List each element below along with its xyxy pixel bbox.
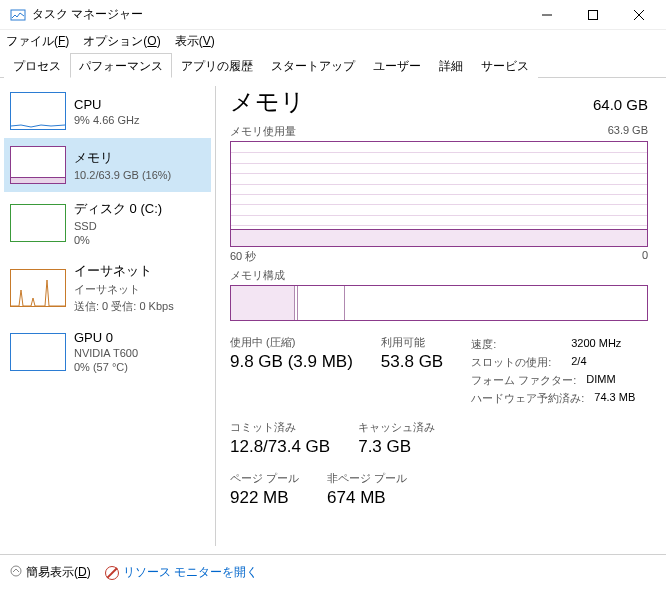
hw-key: ハードウェア予約済み: <box>471 391 584 406</box>
gpu-thumb-icon <box>10 333 66 371</box>
tab-details[interactable]: 詳細 <box>430 53 472 78</box>
sidebar-sub: SSD <box>74 220 162 232</box>
chevron-up-icon <box>10 565 22 580</box>
x-axis-min: 60 秒 <box>230 249 256 264</box>
sidebar-sub: イーサネット <box>74 282 174 297</box>
footer-bar: 簡易表示(D) リソース モニターを開く <box>0 554 666 590</box>
tab-performance[interactable]: パフォーマンス <box>70 53 172 78</box>
content-area: CPU9% 4.66 GHz メモリ10.2/63.9 GB (16%) ディス… <box>0 78 666 554</box>
sidebar-label: メモリ <box>74 149 171 167</box>
capacity-value: 64.0 GB <box>593 96 648 113</box>
memory-usage-chart[interactable] <box>230 141 648 247</box>
sidebar-item-ethernet[interactable]: イーサネットイーサネット送信: 0 受信: 0 Kbps <box>4 254 211 322</box>
detail-title: メモリ <box>230 86 305 118</box>
tab-processes[interactable]: プロセス <box>4 53 70 78</box>
menu-options[interactable]: オプション(O) <box>83 33 160 50</box>
resource-monitor-link[interactable]: リソース モニターを開く <box>105 564 258 581</box>
no-entry-icon <box>105 566 119 580</box>
paged-value: 922 MB <box>230 488 299 508</box>
slots-key: スロットの使用: <box>471 355 561 370</box>
tab-services[interactable]: サービス <box>472 53 538 78</box>
composition-label: メモリ構成 <box>230 268 285 283</box>
nonpaged-label: 非ページ プール <box>327 471 407 486</box>
x-axis-max: 0 <box>642 249 648 264</box>
memory-thumb-icon <box>10 146 66 184</box>
disk-thumb-icon <box>10 204 66 242</box>
close-button[interactable] <box>616 0 662 30</box>
avail-value: 53.8 GB <box>381 352 443 372</box>
app-icon <box>10 7 26 23</box>
sidebar: CPU9% 4.66 GHz メモリ10.2/63.9 GB (16%) ディス… <box>0 78 215 554</box>
tab-startup[interactable]: スタートアップ <box>262 53 364 78</box>
memory-composition-chart[interactable] <box>230 285 648 321</box>
sidebar-sub2: 0% <box>74 234 162 246</box>
resource-monitor-label: リソース モニターを開く <box>123 564 258 581</box>
minimize-button[interactable] <box>524 0 570 30</box>
usage-chart-label: メモリ使用量 <box>230 124 296 139</box>
inuse-label: 使用中 (圧縮) <box>230 335 353 350</box>
tab-strip: プロセス パフォーマンス アプリの履歴 スタートアップ ユーザー 詳細 サービス <box>0 52 666 78</box>
sidebar-sub: 9% 4.66 GHz <box>74 114 139 126</box>
commit-value: 12.8/73.4 GB <box>230 437 330 457</box>
sidebar-item-cpu[interactable]: CPU9% 4.66 GHz <box>4 84 211 138</box>
commit-label: コミット済み <box>230 420 330 435</box>
menu-bar: ファイル(F) オプション(O) 表示(V) <box>0 30 666 52</box>
tab-users[interactable]: ユーザー <box>364 53 430 78</box>
sidebar-sub2: 送信: 0 受信: 0 Kbps <box>74 299 174 314</box>
cached-label: キャッシュ済み <box>358 420 435 435</box>
detail-pane: メモリ 64.0 GB メモリ使用量63.9 GB 60 秒0 メモリ構成 使用… <box>216 78 666 554</box>
sidebar-item-disk[interactable]: ディスク 0 (C:)SSD0% <box>4 192 211 254</box>
cached-value: 7.3 GB <box>358 437 435 457</box>
speed-value: 3200 MHz <box>571 337 621 352</box>
sidebar-label: GPU 0 <box>74 330 138 345</box>
window-title: タスク マネージャー <box>32 6 524 23</box>
svg-rect-2 <box>589 10 598 19</box>
inuse-value: 9.8 GB (3.9 MB) <box>230 352 353 372</box>
sidebar-label: イーサネット <box>74 262 174 280</box>
title-bar: タスク マネージャー <box>0 0 666 30</box>
menu-file[interactable]: ファイル(F) <box>6 33 69 50</box>
sidebar-sub2: 0% (57 °C) <box>74 361 138 373</box>
sidebar-item-memory[interactable]: メモリ10.2/63.9 GB (16%) <box>4 138 211 192</box>
avail-label: 利用可能 <box>381 335 443 350</box>
sidebar-sub: 10.2/63.9 GB (16%) <box>74 169 171 181</box>
slots-value: 2/4 <box>571 355 586 370</box>
menu-view[interactable]: 表示(V) <box>175 33 215 50</box>
sidebar-sub: NVIDIA T600 <box>74 347 138 359</box>
nonpaged-value: 674 MB <box>327 488 407 508</box>
fewer-details-button[interactable]: 簡易表示(D) <box>10 564 91 581</box>
sidebar-label: CPU <box>74 97 139 112</box>
form-key: フォーム ファクター: <box>471 373 576 388</box>
tab-apphistory[interactable]: アプリの履歴 <box>172 53 262 78</box>
speed-key: 速度: <box>471 337 561 352</box>
cpu-thumb-icon <box>10 92 66 130</box>
paged-label: ページ プール <box>230 471 299 486</box>
hw-value: 74.3 MB <box>594 391 635 406</box>
ethernet-thumb-icon <box>10 269 66 307</box>
usage-chart-max: 63.9 GB <box>608 124 648 139</box>
sidebar-label: ディスク 0 (C:) <box>74 200 162 218</box>
maximize-button[interactable] <box>570 0 616 30</box>
svg-point-5 <box>11 566 21 576</box>
sidebar-item-gpu[interactable]: GPU 0NVIDIA T6000% (57 °C) <box>4 322 211 381</box>
form-value: DIMM <box>586 373 615 388</box>
